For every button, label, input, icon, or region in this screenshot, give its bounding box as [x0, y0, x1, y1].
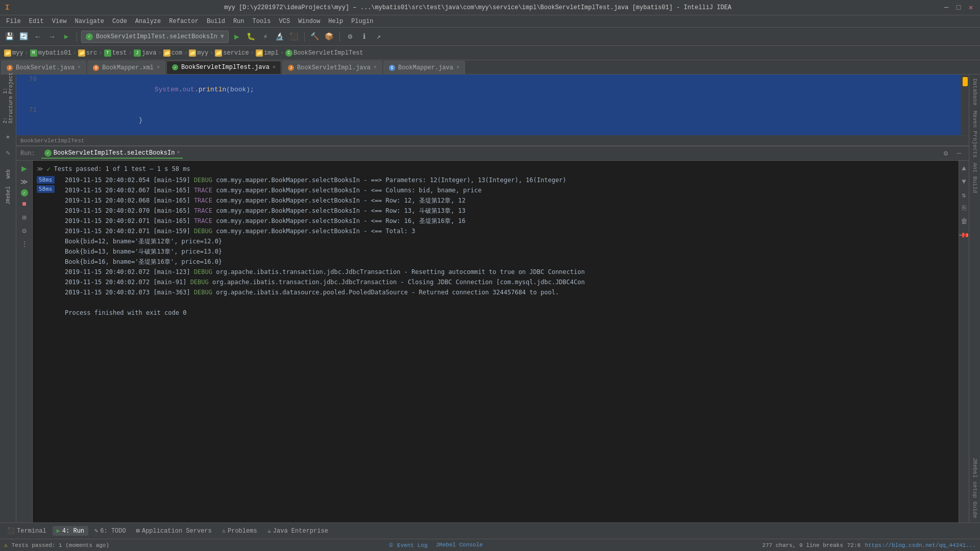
clear-btn[interactable]: 🗑: [959, 216, 969, 227]
badge-58ms-2[interactable]: 58ms: [37, 184, 61, 193]
toolbar-run[interactable]: ▶: [231, 31, 243, 43]
breadcrumb-src[interactable]: 📁 src: [78, 49, 97, 57]
menu-window[interactable]: Window: [294, 17, 324, 26]
breadcrumb-mybatis01[interactable]: M mybatis01: [30, 49, 71, 57]
terminal-tool[interactable]: ⬛ Terminal: [3, 526, 51, 536]
problems-tool[interactable]: ⚠ Problems: [218, 526, 261, 536]
breadcrumb-myy[interactable]: 📁 myy: [4, 49, 23, 57]
test-status-indicator[interactable]: ✓: [21, 189, 28, 196]
toolbar-build[interactable]: 🔨: [309, 31, 321, 43]
copy-btn[interactable]: ⎘: [959, 203, 969, 214]
toolbar-back[interactable]: ←: [32, 31, 44, 43]
tab-bookmapper-java[interactable]: I BookMapper.java ×: [383, 61, 465, 74]
settings-tool-btn[interactable]: ⚙: [940, 148, 951, 159]
breadcrumb-com[interactable]: 📁 com: [163, 49, 183, 57]
problems-icon: ⚠: [222, 527, 226, 535]
run-right-controls: ▲ ▼ ⇅ ⎘ 🗑 📌: [959, 161, 969, 522]
web-icon[interactable]: Web: [2, 167, 15, 181]
toolbar-debug[interactable]: 🐛: [245, 31, 257, 43]
jrebel-guide-label[interactable]: JRebel setup Guide: [971, 456, 979, 520]
run-filter-btn[interactable]: ⊞: [19, 212, 30, 223]
run-left-controls: ▶ ≫ ✓ ■ ⊞ ⚙ ⋮: [16, 161, 33, 522]
project-icon[interactable]: 1: Project: [2, 77, 15, 90]
breadcrumb-class[interactable]: C BookServletImplTest: [285, 49, 363, 57]
tab-close-bookservlet[interactable]: ×: [78, 65, 81, 70]
maximize-button[interactable]: □: [954, 4, 963, 12]
run-more-btn[interactable]: ⋮: [19, 238, 30, 249]
toolbar-settings[interactable]: ⚙: [344, 31, 356, 43]
maven-label[interactable]: Maven Projects: [971, 109, 979, 160]
run-content[interactable]: ≫ ✓ Tests passed: 1 of 1 test – 1 s 58 m…: [33, 161, 959, 522]
run-label: Run:: [20, 150, 35, 157]
menu-run[interactable]: Run: [229, 17, 249, 26]
run-tool[interactable]: ▶ 4: Run: [53, 526, 88, 536]
menu-help[interactable]: Help: [324, 17, 347, 26]
database-label[interactable]: Database: [971, 77, 979, 108]
breadcrumb-java[interactable]: J java: [134, 49, 157, 57]
breadcrumb-test[interactable]: T test: [104, 49, 127, 57]
menu-code[interactable]: Code: [108, 17, 131, 26]
code-editor[interactable]: 70 System.out.println(book); 71 }: [16, 74, 969, 136]
toolbar-stop[interactable]: ⬛: [288, 31, 300, 43]
minimize-panel-btn[interactable]: ─: [953, 148, 965, 159]
run-config-dropdown[interactable]: ✓ BookServletImplTest.selectBooksIn ▼: [81, 31, 229, 43]
menu-build[interactable]: Build: [203, 17, 229, 26]
jrebel-icon[interactable]: JRebel: [2, 189, 15, 202]
sort-btn[interactable]: ⇅: [959, 189, 969, 201]
todo-tool[interactable]: ✎ 6: TODO: [90, 526, 130, 536]
tab-close-bookmapper-xml[interactable]: ×: [157, 65, 160, 70]
structure-icon[interactable]: 2: Structure: [2, 103, 15, 116]
tab-close-test[interactable]: ×: [273, 65, 276, 70]
tab-close-impl[interactable]: ×: [374, 65, 377, 70]
menu-view[interactable]: View: [48, 17, 71, 26]
run-stop-btn[interactable]: ■: [19, 198, 30, 210]
tab-bookservletimpltest[interactable]: ✓ BookServletImplTest.java ×: [166, 61, 281, 74]
menu-analyze[interactable]: Analyze: [131, 17, 165, 26]
tab-bookservlet[interactable]: J BookServlet.java ×: [1, 61, 86, 74]
breadcrumb-myy2[interactable]: 📁 myy: [189, 49, 208, 57]
favorites-icon[interactable]: ★: [2, 130, 15, 143]
scroll-up-btn[interactable]: ▲: [959, 163, 969, 174]
editor-scrollbar[interactable]: [961, 74, 969, 135]
ant-label[interactable]: Ant Build: [971, 161, 979, 195]
run-settings-btn[interactable]: ⚙: [19, 225, 30, 236]
menu-refactor[interactable]: Refactor: [165, 17, 203, 26]
java-enterprise-tool[interactable]: ☕ Java Enterprise: [263, 526, 332, 536]
tab-bookservletimpl[interactable]: J BookServletImpl.java ×: [282, 61, 382, 74]
toolbar-analyze[interactable]: ▶: [60, 31, 72, 43]
scroll-down-btn[interactable]: ▼: [959, 176, 969, 187]
run-tab-active[interactable]: ✓ BookServletImplTest.selectBooksIn ×: [41, 148, 183, 159]
tab-bookmapper-xml[interactable]: X BookMapper.xml ×: [87, 61, 165, 74]
breadcrumb-impl[interactable]: 📁 impl: [256, 49, 279, 57]
run-rerun-btn[interactable]: ≫: [19, 176, 30, 187]
tab-bar: J BookServlet.java × X BookMapper.xml × …: [0, 60, 980, 74]
toolbar-share[interactable]: ↗: [373, 31, 385, 43]
menu-vcs[interactable]: VCS: [275, 17, 295, 26]
close-button[interactable]: ✕: [967, 4, 975, 12]
folder-icon: J: [134, 49, 141, 57]
toolbar-save[interactable]: 💾: [3, 31, 15, 43]
menu-tools[interactable]: Tools: [249, 17, 275, 26]
badge-58ms-1[interactable]: 58ms: [37, 175, 61, 184]
menu-navigate[interactable]: Navigate: [70, 17, 108, 26]
toolbar-sync[interactable]: 🔄: [17, 31, 30, 43]
toolbar-profile[interactable]: 🔬: [274, 31, 286, 43]
toolbar-coverage[interactable]: ⚡: [259, 31, 272, 43]
toolbar-artifact[interactable]: 📦: [323, 31, 335, 43]
toolbar-info[interactable]: ℹ: [358, 31, 371, 43]
toolbar-forward[interactable]: →: [46, 31, 58, 43]
todo-icon[interactable]: ✎: [2, 146, 15, 159]
status-event-log[interactable]: ① Event Log: [388, 542, 427, 548]
log-line-4: 2019-11-15 20:40:02.070 [main-165] TRACE…: [61, 206, 959, 216]
app-servers-tool[interactable]: ⊞ Application Servers: [132, 526, 216, 536]
run-play-btn[interactable]: ▶: [19, 163, 30, 174]
minimize-button[interactable]: ─: [942, 4, 950, 12]
tab-close-mapper[interactable]: ×: [456, 65, 459, 70]
menu-edit[interactable]: Edit: [25, 17, 48, 26]
menu-file[interactable]: File: [2, 17, 25, 26]
run-panel-tools: ⚙ ─: [940, 148, 965, 159]
status-jrebel-console[interactable]: JRebel Console: [435, 542, 482, 548]
menu-plugin[interactable]: Plugin: [347, 17, 377, 26]
run-tab-close[interactable]: ×: [177, 150, 180, 156]
breadcrumb-service[interactable]: 📁 service: [215, 49, 249, 57]
